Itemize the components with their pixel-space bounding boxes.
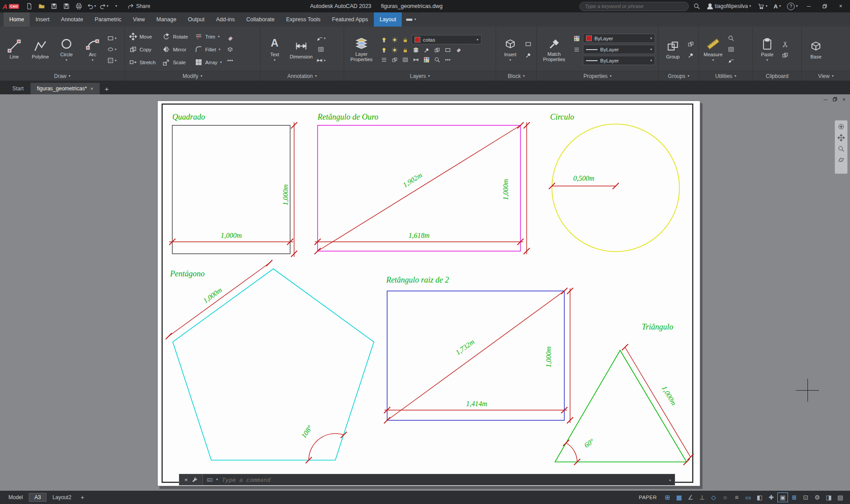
close-button[interactable]: × bbox=[834, 0, 847, 12]
help-menu[interactable]: ?▾ bbox=[785, 3, 800, 10]
tool-erase[interactable] bbox=[227, 34, 233, 43]
tool-fillet[interactable]: Fillet▾ bbox=[192, 43, 225, 56]
tool-table[interactable] bbox=[316, 45, 326, 54]
tab-featured-apps[interactable]: Featured Apps bbox=[326, 12, 374, 27]
triangulo-outline[interactable] bbox=[555, 350, 687, 462]
tool-rotate[interactable]: Rotate bbox=[159, 30, 191, 43]
linetype-dropdown[interactable]: ByLayer▾ bbox=[583, 56, 655, 65]
layer-tool-copy[interactable] bbox=[433, 46, 442, 54]
isodraft-icon[interactable]: ○ bbox=[720, 492, 730, 502]
tool-array[interactable]: Array▾ bbox=[192, 56, 225, 69]
tab-document[interactable]: figuras_geometricas* × bbox=[31, 83, 99, 94]
tool-hatch[interactable]: ▾ bbox=[107, 56, 116, 65]
layer-tool-match[interactable] bbox=[422, 46, 431, 54]
dynamic-input-icon[interactable]: ≣ bbox=[789, 492, 800, 502]
drawing-area[interactable]: ─ × Quadrado 1,000m bbox=[0, 94, 850, 491]
object-snap-icon[interactable]: ▭ bbox=[743, 492, 753, 502]
color-palette-button[interactable] bbox=[572, 35, 581, 43]
minimize-button[interactable]: ─ bbox=[802, 0, 815, 12]
copy-clip-button[interactable] bbox=[782, 50, 788, 59]
tool-ellipse[interactable]: ▾ bbox=[107, 45, 116, 54]
app-logo[interactable]: A CAD bbox=[3, 3, 19, 10]
retangulo-ouro-title[interactable]: Retângulo de Ouro bbox=[317, 112, 378, 121]
tab-parametric[interactable]: Parametric bbox=[89, 12, 127, 27]
figure-retangulo-ouro[interactable]: Retângulo de Ouro 1,902m 1,000m bbox=[314, 112, 530, 254]
pentagono-title[interactable]: Pentágono bbox=[170, 269, 205, 278]
tab-collaborate[interactable]: Collaborate bbox=[241, 12, 280, 27]
zoom-icon[interactable] bbox=[838, 145, 845, 152]
modify-more-button[interactable] bbox=[227, 56, 233, 65]
cut-button[interactable] bbox=[782, 39, 788, 48]
tool-stretch[interactable]: Stretch bbox=[126, 56, 159, 69]
navigation-wheel-icon[interactable] bbox=[838, 123, 845, 130]
tool-explode[interactable] bbox=[227, 45, 233, 54]
group-button[interactable]: Group bbox=[660, 28, 686, 71]
tab-home[interactable]: Home bbox=[4, 12, 30, 27]
tab-start[interactable]: Start bbox=[6, 83, 30, 94]
polar-tracking-icon[interactable]: ◇ bbox=[708, 492, 719, 502]
undo-button[interactable]: ▾ bbox=[85, 1, 97, 12]
layer-tool-palette[interactable] bbox=[422, 56, 431, 64]
autodesk-apps-button[interactable]: A▾ bbox=[772, 3, 783, 10]
tool-copy[interactable]: Copy bbox=[126, 43, 159, 56]
selection-cycling-icon[interactable]: ▣ bbox=[777, 492, 788, 502]
infer-constraints-icon[interactable]: ∠ bbox=[685, 492, 696, 502]
triangulo-title[interactable]: Triângulo bbox=[642, 322, 673, 331]
tool-mirror[interactable]: Mirror bbox=[159, 43, 191, 56]
tool-dimension[interactable]: Dimension bbox=[288, 28, 314, 71]
block-create-button[interactable] bbox=[525, 39, 532, 48]
plot-button[interactable] bbox=[73, 1, 85, 12]
close-command-icon[interactable]: × bbox=[184, 477, 188, 483]
block-edit-button[interactable] bbox=[525, 50, 532, 59]
panel-label-clipboard[interactable]: Clipboard bbox=[753, 71, 801, 81]
layer-tool-find[interactable] bbox=[433, 56, 442, 64]
panel-label-modify[interactable]: Modify▾ bbox=[125, 71, 260, 81]
doc-restore-button[interactable] bbox=[833, 97, 837, 103]
orbit-icon[interactable] bbox=[838, 156, 845, 163]
retangulo-raiz2-title[interactable]: Retângulo raiz de 2 bbox=[386, 275, 449, 284]
tool-leader[interactable]: ▾ bbox=[316, 34, 326, 43]
tool-trim[interactable]: Trim▾ bbox=[192, 30, 225, 43]
layer-dropdown[interactable]: cotas ▾ bbox=[411, 35, 481, 44]
layer-tool-walk[interactable] bbox=[443, 46, 452, 54]
layout-tab-layout2[interactable]: Layout2 bbox=[48, 494, 75, 500]
tool-dimension-style[interactable]: ▾ bbox=[316, 56, 326, 65]
new-file-button[interactable] bbox=[23, 1, 35, 12]
tool-scale[interactable]: Scale bbox=[159, 56, 191, 69]
id-point-button[interactable] bbox=[728, 56, 734, 65]
open-file-button[interactable] bbox=[36, 1, 47, 12]
command-line-grip[interactable]: × bbox=[179, 474, 203, 485]
properties-list-button[interactable] bbox=[572, 46, 581, 54]
ortho-icon[interactable]: ⊥ bbox=[697, 492, 707, 502]
figure-pentagono[interactable]: Pentágono 1,000m 108° bbox=[166, 260, 374, 463]
customize-wrench-icon[interactable] bbox=[192, 477, 198, 483]
save-button[interactable] bbox=[48, 1, 60, 12]
figure-circulo[interactable]: Circulo 0,500m bbox=[549, 112, 679, 252]
triangulo-side-dimension[interactable]: 1,000m bbox=[622, 344, 694, 465]
lineweight-dropdown[interactable]: ByLayer▾ bbox=[583, 45, 655, 54]
snap-mode-icon[interactable]: ▦ bbox=[674, 492, 684, 502]
ungroup-button[interactable] bbox=[687, 39, 694, 48]
annotation-visibility-icon[interactable]: ⊡ bbox=[800, 492, 811, 502]
lineweight-icon[interactable]: ◧ bbox=[754, 492, 765, 502]
tool-text[interactable]: AText▾ bbox=[262, 28, 287, 71]
tab-manage[interactable]: Manage bbox=[151, 12, 182, 27]
redo-button[interactable]: ▾ bbox=[98, 1, 109, 12]
help-search-box[interactable] bbox=[579, 2, 689, 11]
tool-arc[interactable]: Arc▾ bbox=[80, 28, 105, 71]
workspace-gear-icon[interactable]: ⚙ bbox=[812, 492, 823, 502]
tool-circle[interactable]: Circle▾ bbox=[54, 28, 79, 71]
panel-label-block[interactable]: Block▾ bbox=[496, 71, 536, 81]
tab-express-tools[interactable]: Express Tools bbox=[280, 12, 326, 27]
doc-close-button[interactable]: × bbox=[842, 97, 846, 103]
new-layout-button[interactable]: + bbox=[77, 494, 88, 501]
triangulo-angle-dimension[interactable]: 60° bbox=[563, 437, 595, 465]
tab-output[interactable]: Output bbox=[182, 12, 210, 27]
command-input[interactable] bbox=[221, 476, 666, 484]
layer-tool-isolate[interactable] bbox=[390, 46, 399, 54]
tab-annotate[interactable]: Annotate bbox=[55, 12, 89, 27]
tab-insert[interactable]: Insert bbox=[30, 12, 55, 27]
quadrado-title[interactable]: Quadrado bbox=[172, 112, 205, 121]
pentagono-angle-dimension[interactable]: 108° bbox=[300, 424, 347, 463]
figure-triangulo[interactable]: Triângulo 1,000m 60° bbox=[555, 322, 694, 465]
